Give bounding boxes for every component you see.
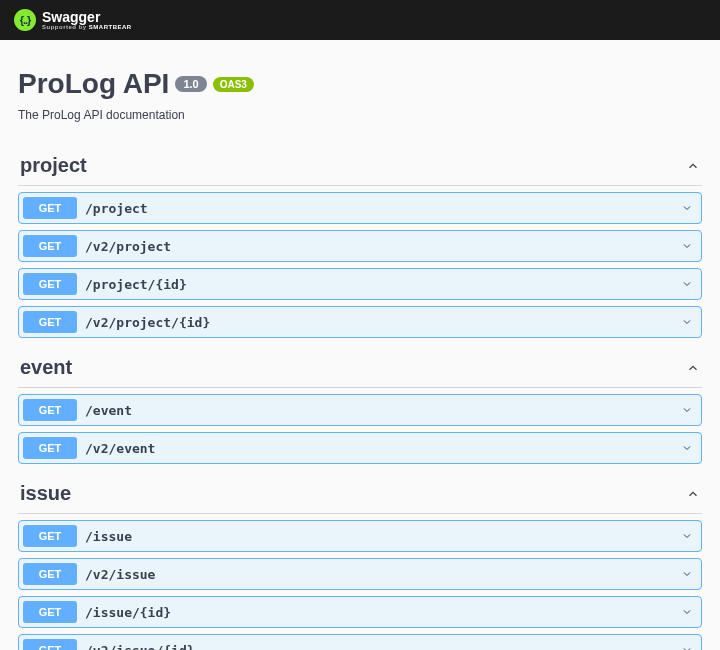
swagger-logo[interactable]: {..} Swagger Supported by SMARTBEAR bbox=[14, 9, 132, 31]
operation-path: /v2/event bbox=[85, 441, 681, 456]
operation-row[interactable]: GET/project bbox=[18, 192, 702, 224]
operation-row[interactable]: GET/project/{id} bbox=[18, 268, 702, 300]
chevron-down-icon bbox=[681, 442, 693, 454]
operation-path: /project bbox=[85, 201, 681, 216]
method-badge-get: GET bbox=[23, 399, 77, 421]
chevron-down-icon bbox=[681, 202, 693, 214]
chevron-down-icon bbox=[681, 240, 693, 252]
main-content: ProLog API 1.0 OAS3 The ProLog API docum… bbox=[0, 40, 720, 650]
operation-row[interactable]: GET/event bbox=[18, 394, 702, 426]
tag-header-event[interactable]: event bbox=[18, 348, 702, 388]
chevron-down-icon bbox=[681, 606, 693, 618]
chevron-down-icon bbox=[681, 568, 693, 580]
chevron-down-icon bbox=[681, 278, 693, 290]
method-badge-get: GET bbox=[23, 601, 77, 623]
swagger-icon: {..} bbox=[14, 9, 36, 31]
version-badge: 1.0 bbox=[175, 76, 206, 92]
operation-row[interactable]: GET/v2/event bbox=[18, 432, 702, 464]
operation-row[interactable]: GET/v2/project/{id} bbox=[18, 306, 702, 338]
operation-path: /issue bbox=[85, 529, 681, 544]
operation-row[interactable]: GET/issue bbox=[18, 520, 702, 552]
tag-section-project: projectGET/projectGET/v2/projectGET/proj… bbox=[18, 146, 702, 338]
chevron-down-icon bbox=[681, 530, 693, 542]
operation-path: /issue/{id} bbox=[85, 605, 681, 620]
tag-name: issue bbox=[20, 482, 71, 505]
api-description: The ProLog API documentation bbox=[18, 108, 702, 122]
method-badge-get: GET bbox=[23, 235, 77, 257]
chevron-up-icon bbox=[686, 159, 700, 173]
chevron-down-icon bbox=[681, 644, 693, 650]
operation-row[interactable]: GET/issue/{id} bbox=[18, 596, 702, 628]
method-badge-get: GET bbox=[23, 525, 77, 547]
operation-path: /v2/project bbox=[85, 239, 681, 254]
method-badge-get: GET bbox=[23, 563, 77, 585]
method-badge-get: GET bbox=[23, 273, 77, 295]
operation-path: /v2/issue bbox=[85, 567, 681, 582]
method-badge-get: GET bbox=[23, 437, 77, 459]
operation-path: /event bbox=[85, 403, 681, 418]
tag-section-event: eventGET/eventGET/v2/event bbox=[18, 348, 702, 464]
operation-path: /project/{id} bbox=[85, 277, 681, 292]
page-title: ProLog API bbox=[18, 68, 169, 100]
tag-header-issue[interactable]: issue bbox=[18, 474, 702, 514]
method-badge-get: GET bbox=[23, 197, 77, 219]
method-badge-get: GET bbox=[23, 311, 77, 333]
operation-row[interactable]: GET/v2/issue bbox=[18, 558, 702, 590]
brand-text: Swagger bbox=[42, 10, 132, 24]
chevron-up-icon bbox=[686, 361, 700, 375]
method-badge-get: GET bbox=[23, 639, 77, 650]
tag-name: project bbox=[20, 154, 87, 177]
chevron-down-icon bbox=[681, 404, 693, 416]
chevron-up-icon bbox=[686, 487, 700, 501]
operation-path: /v2/project/{id} bbox=[85, 315, 681, 330]
tag-section-issue: issueGET/issueGET/v2/issueGET/issue/{id}… bbox=[18, 474, 702, 650]
operation-row[interactable]: GET/v2/project bbox=[18, 230, 702, 262]
tag-name: event bbox=[20, 356, 72, 379]
chevron-down-icon bbox=[681, 316, 693, 328]
supported-by: Supported by SMARTBEAR bbox=[42, 24, 132, 30]
tag-header-project[interactable]: project bbox=[18, 146, 702, 186]
operation-path: /v2/issue/{id} bbox=[85, 643, 681, 651]
info-header: ProLog API 1.0 OAS3 bbox=[18, 68, 702, 100]
topbar: {..} Swagger Supported by SMARTBEAR bbox=[0, 0, 720, 40]
operation-row[interactable]: GET/v2/issue/{id} bbox=[18, 634, 702, 650]
oas-badge: OAS3 bbox=[213, 77, 254, 92]
